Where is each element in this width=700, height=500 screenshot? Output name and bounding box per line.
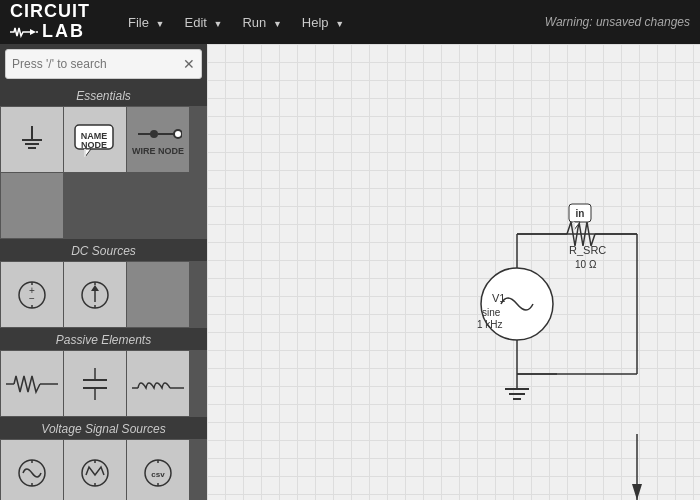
section-passive: Passive Elements xyxy=(0,328,207,350)
menu-file[interactable]: File ▼ xyxy=(120,11,172,34)
svg-marker-10 xyxy=(85,149,91,157)
svg-text:V1: V1 xyxy=(492,292,505,304)
svg-text:1 kHz: 1 kHz xyxy=(477,319,503,330)
component-empty1 xyxy=(1,173,63,238)
vsine-icon xyxy=(14,455,50,491)
menu-edit[interactable]: Edit ▼ xyxy=(176,11,230,34)
menu-run[interactable]: Run ▼ xyxy=(234,11,289,34)
canvas-area[interactable]: in V1 sine 1 kHz R_SRC 10 Ω xyxy=(207,44,700,500)
vcsv-icon: csv xyxy=(140,455,176,491)
component-inductor[interactable] xyxy=(127,351,189,416)
dcv-icon: + − xyxy=(14,277,50,313)
essentials-grid: NAME NODE xyxy=(0,106,207,239)
wire-icon xyxy=(134,124,182,144)
component-wire[interactable]: WIRE NODE xyxy=(127,107,189,172)
section-essentials: Essentials xyxy=(0,84,207,106)
namenode-icon: NAME NODE xyxy=(71,121,119,159)
inductor-icon xyxy=(132,372,184,396)
capacitor-icon xyxy=(77,366,113,402)
component-empty2 xyxy=(127,262,189,327)
component-vtri[interactable] xyxy=(64,440,126,500)
dc-sources-grid: + − xyxy=(0,261,207,328)
vtri-icon xyxy=(77,455,113,491)
svg-point-13 xyxy=(150,130,158,138)
section-voltage-signal: Voltage Signal Sources xyxy=(0,417,207,439)
logo-lab: LAB xyxy=(42,22,85,42)
passive-grid xyxy=(0,350,207,417)
ground-icon xyxy=(14,122,50,158)
svg-marker-1 xyxy=(30,29,36,35)
svg-marker-25 xyxy=(91,285,99,291)
svg-text:sine: sine xyxy=(482,307,501,318)
resistor-icon xyxy=(6,372,58,396)
logo: CIRCUIT LAB xyxy=(10,2,90,42)
section-dc-sources: DC Sources xyxy=(0,239,207,261)
svg-text:in: in xyxy=(576,208,585,219)
sidebar: ✕ Essentials xyxy=(0,44,207,500)
svg-text:csv: csv xyxy=(151,470,165,479)
component-ground[interactable] xyxy=(1,107,63,172)
menu-help[interactable]: Help ▼ xyxy=(294,11,352,34)
topbar: CIRCUIT LAB File ▼ Edit ▼ Run ▼ Help ▼ W… xyxy=(0,0,700,44)
dci-icon xyxy=(77,277,113,313)
svg-text:10 Ω: 10 Ω xyxy=(575,259,597,270)
logo-circuit: CIRCUIT xyxy=(10,2,90,22)
svg-point-15 xyxy=(174,130,182,138)
wire-label: WIRE NODE xyxy=(132,146,184,156)
search-close-icon[interactable]: ✕ xyxy=(183,57,195,71)
voltage-signal-grid: csv xyxy=(0,439,207,500)
svg-marker-59 xyxy=(632,484,642,500)
search-input[interactable] xyxy=(12,57,183,71)
main-area: ✕ Essentials xyxy=(0,44,700,500)
svg-point-37 xyxy=(82,460,108,486)
component-vsine[interactable] xyxy=(1,440,63,500)
svg-text:−: − xyxy=(29,293,35,304)
component-dcv[interactable]: + − xyxy=(1,262,63,327)
logo-wave-icon xyxy=(10,26,38,38)
search-bar: ✕ xyxy=(5,49,202,79)
component-dci[interactable] xyxy=(64,262,126,327)
warning-text: Warning: unsaved changes xyxy=(545,15,690,29)
circuit-canvas: in V1 sine 1 kHz R_SRC 10 Ω xyxy=(207,44,700,500)
component-vcsv[interactable]: csv xyxy=(127,440,189,500)
menu-bar: File ▼ Edit ▼ Run ▼ Help ▼ xyxy=(120,11,352,34)
component-list[interactable]: Essentials xyxy=(0,84,207,500)
component-namenode[interactable]: NAME NODE xyxy=(64,107,126,172)
component-resistor[interactable] xyxy=(1,351,63,416)
component-capacitor[interactable] xyxy=(64,351,126,416)
svg-text:R_SRC: R_SRC xyxy=(569,244,606,256)
